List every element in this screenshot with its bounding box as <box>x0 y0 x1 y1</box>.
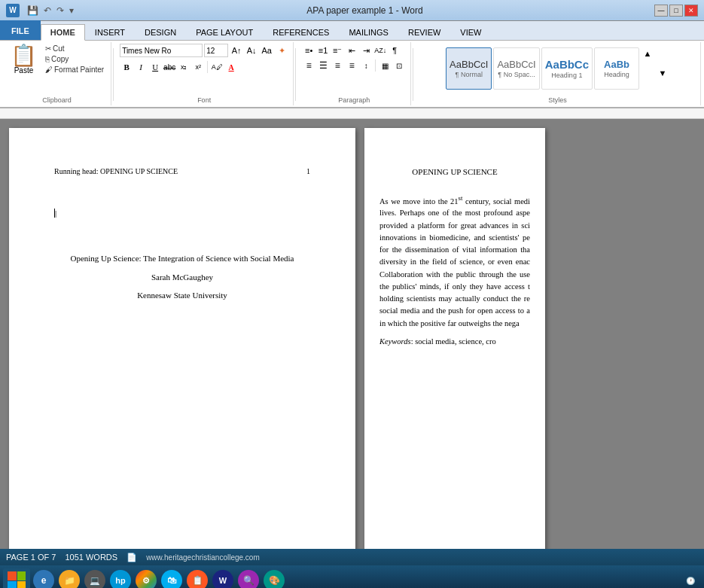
change-case-button[interactable]: Aa <box>260 44 273 57</box>
tab-design[interactable]: DESIGN <box>135 23 186 40</box>
tab-home[interactable]: HOME <box>41 24 85 41</box>
underline-button[interactable]: U <box>148 60 162 74</box>
styles-group: AaBbCcI ¶ Normal AaBbCcI ¶ No Spac... Aa… <box>415 42 701 105</box>
taskbar-explorer[interactable]: 📁 <box>57 568 81 588</box>
shading-button[interactable]: ▦ <box>378 59 392 72</box>
empty-space: | <box>54 207 310 252</box>
clear-format-button[interactable]: ✦ <box>275 44 288 57</box>
taskbar-chrome[interactable]: ⚙ <box>134 568 158 588</box>
taskbar-paint[interactable]: 🎨 <box>262 568 286 588</box>
shrink-font-button[interactable]: A↓ <box>245 44 258 57</box>
grow-font-button[interactable]: A↑ <box>230 44 243 57</box>
document-area: Running head: OPENING UP SCIENCE 1 | Ope… <box>0 119 704 549</box>
center-button[interactable]: ☰ <box>316 59 330 72</box>
taskbar-search[interactable]: 🔍 <box>236 568 261 588</box>
style-no-spacing[interactable]: AaBbCcI ¶ No Spac... <box>493 47 539 90</box>
superscript-button[interactable]: x² <box>191 60 205 74</box>
taskbar-clipboard[interactable]: 📋 <box>185 568 209 588</box>
page-2-body: As we move into the 21st century, social… <box>379 193 530 349</box>
bold-button[interactable]: B <box>120 60 133 74</box>
page-2[interactable]: OPENING UP SCIENCE As we move into the 2… <box>364 128 545 549</box>
styles-label: Styles <box>415 96 700 104</box>
numbering-button[interactable]: ≡1 <box>316 44 330 57</box>
line-spacing-button[interactable]: ↕ <box>359 59 373 72</box>
styles-scroll-up[interactable]: ▲ <box>641 47 654 60</box>
tab-file[interactable]: FILE <box>0 20 41 40</box>
page-1[interactable]: Running head: OPENING UP SCIENCE 1 | Ope… <box>9 128 355 549</box>
clock: 🕐 <box>686 577 695 585</box>
para-row-1: ≡• ≡1 ≡⁻ ⇤ ⇥ AZ↓ ¶ <box>302 44 401 57</box>
taskbar-clipboard-icon: 📋 <box>187 570 208 588</box>
redo-button[interactable]: ↷ <box>55 4 66 17</box>
align-left-button[interactable]: ≡ <box>302 59 315 72</box>
undo-button[interactable]: ↶ <box>42 4 53 17</box>
paste-button[interactable]: 📋 Paste <box>8 44 40 76</box>
tab-references[interactable]: REFERENCES <box>263 23 339 40</box>
show-paragraph-button[interactable]: ¶ <box>388 44 401 57</box>
minimize-button[interactable]: — <box>654 5 668 17</box>
sort-button[interactable]: AZ↓ <box>373 44 387 57</box>
clipboard-group: 📋 Paste ✂ Cut ⎘ Copy 🖌 Format Painter Cl… <box>3 42 111 105</box>
font-name-input[interactable] <box>120 44 203 57</box>
ribbon: 📋 Paste ✂ Cut ⎘ Copy 🖌 Format Painter Cl… <box>0 41 704 108</box>
subscript-button[interactable]: x₂ <box>177 60 190 74</box>
quick-access-toolbar: 💾 ↶ ↷ ▾ <box>26 4 75 17</box>
title-bar: W 💾 ↶ ↷ ▾ APA paper example 1 - Word — □… <box>0 0 704 21</box>
title-bar-left: W 💾 ↶ ↷ ▾ <box>6 4 75 17</box>
monitor-icon: 💻 <box>84 570 105 588</box>
cut-button[interactable]: ✂ Cut <box>43 44 106 53</box>
format-painter-button[interactable]: 🖌 Format Painter <box>43 65 106 75</box>
styles-scroll-down[interactable]: ▼ <box>656 66 669 80</box>
taskbar-word[interactable]: W <box>211 568 235 588</box>
running-head: Running head: OPENING UP SCIENCE <box>54 166 178 177</box>
chrome-icon: ⚙ <box>136 570 157 588</box>
style-heading1[interactable]: AaBbCc Heading 1 <box>541 47 593 90</box>
maximize-button[interactable]: □ <box>669 5 683 17</box>
style-nospace-label: ¶ No Spac... <box>498 71 535 78</box>
tab-mailings[interactable]: MAILINGS <box>339 23 398 40</box>
highlight-button[interactable]: A🖊 <box>210 60 224 74</box>
taskbar-time: 🕐 <box>680 577 701 585</box>
divider-2 <box>295 48 296 101</box>
taskbar-hp[interactable]: hp <box>108 568 133 588</box>
cut-icon: ✂ <box>45 44 51 53</box>
start-button[interactable] <box>3 568 30 588</box>
tab-page-layout[interactable]: PAGE LAYOUT <box>186 23 263 40</box>
decrease-indent-button[interactable]: ⇤ <box>345 44 358 57</box>
more-button[interactable]: ▾ <box>68 4 75 17</box>
style-heading2[interactable]: AaBb Heading <box>594 47 639 90</box>
tab-view[interactable]: VIEW <box>450 23 491 40</box>
ribbon-tabs: FILE HOME INSERT DESIGN PAGE LAYOUT REFE… <box>0 21 704 41</box>
bullets-button[interactable]: ≡• <box>302 44 315 57</box>
justify-button[interactable]: ≡ <box>345 59 358 72</box>
italic-button[interactable]: I <box>134 60 148 74</box>
tab-review[interactable]: REVIEW <box>398 23 450 40</box>
borders-button[interactable]: ⊡ <box>392 59 406 72</box>
taskbar-store[interactable]: 🛍 <box>160 568 184 588</box>
font-divider <box>207 61 208 73</box>
multilevel-button[interactable]: ≡⁻ <box>331 44 344 57</box>
font-color-button[interactable]: A <box>224 60 238 74</box>
taskbar-monitor[interactable]: 💻 <box>83 568 107 588</box>
increase-indent-button[interactable]: ⇥ <box>359 44 373 57</box>
paragraph-label: Paragraph <box>297 96 410 104</box>
tab-insert[interactable]: INSERT <box>85 23 135 40</box>
font-row-2: B I U abc x₂ x² A🖊 A <box>120 60 238 74</box>
align-right-button[interactable]: ≡ <box>331 59 344 72</box>
taskbar-ie[interactable]: e <box>32 568 56 588</box>
hp-icon: hp <box>110 570 131 588</box>
paragraph-group: ≡• ≡1 ≡⁻ ⇤ ⇥ AZ↓ ¶ ≡ ☰ ≡ ≡ ↕ ▦ ⊡ Paragra… <box>297 42 411 105</box>
paper-institution: Kennesaw State University <box>54 289 310 302</box>
ie-icon: e <box>33 570 54 588</box>
close-button[interactable]: ✕ <box>684 5 698 17</box>
ruler-bar <box>0 108 704 119</box>
copy-icon: ⎘ <box>45 55 50 63</box>
style-h2-label: Heading <box>604 71 629 78</box>
style-normal[interactable]: AaBbCcI ¶ Normal <box>446 47 492 90</box>
font-size-input[interactable] <box>204 44 228 57</box>
strikethrough-button[interactable]: abc <box>163 60 176 74</box>
copy-button[interactable]: ⎘ Copy <box>43 54 106 64</box>
window-title: APA paper example 1 - Word <box>75 5 654 16</box>
save-button[interactable]: 💾 <box>26 4 40 17</box>
page-1-header: Running head: OPENING UP SCIENCE 1 <box>54 166 310 177</box>
